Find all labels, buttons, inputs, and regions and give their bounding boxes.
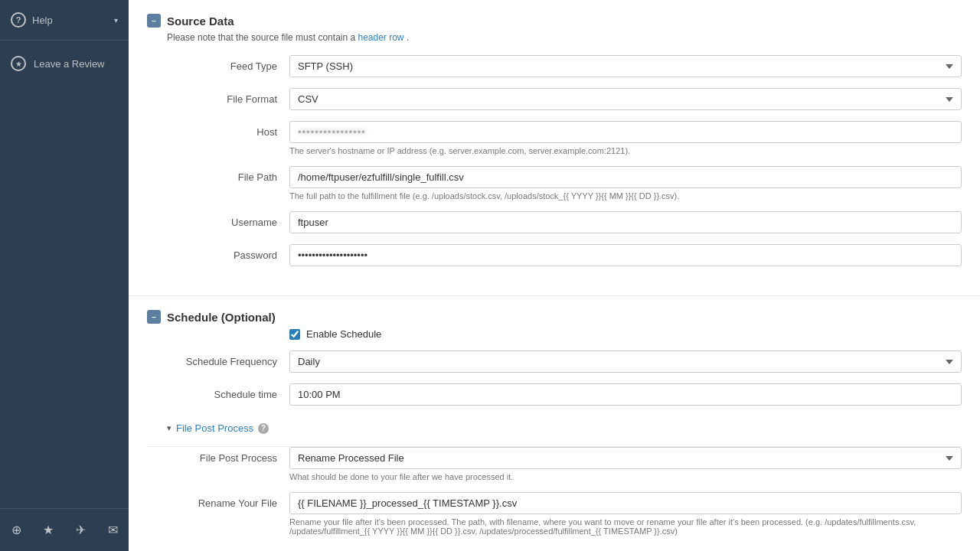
- source-data-title: Source Data: [167, 15, 234, 28]
- sidebar-star-icon[interactable]: ★: [32, 515, 64, 545]
- schedule-time-field: [289, 383, 962, 406]
- main-content: – Source Data Please note that the sourc…: [129, 0, 980, 551]
- username-row: Username: [147, 211, 962, 233]
- schedule-section: – Schedule (Optional) Enable Schedule Sc…: [129, 296, 980, 551]
- feed-type-field: SFTP (SSH) FTP HTTP S3: [289, 55, 962, 77]
- host-row: Host The server's hostname or IP address…: [147, 121, 962, 155]
- file-path-field: The full path to the fulfillment file (e…: [289, 166, 962, 201]
- rename-file-row: Rename Your File Rename your file after …: [147, 492, 962, 536]
- password-input[interactable]: [289, 244, 962, 266]
- password-label: Password: [167, 244, 289, 261]
- file-format-row: File Format CSV TSV XML JSON: [147, 88, 962, 110]
- sidebar-help-label: Help: [32, 15, 108, 26]
- host-hint: The server's hostname or IP address (e.g…: [289, 146, 962, 155]
- file-format-label: File Format: [167, 88, 289, 105]
- file-post-process-field: Rename Processed File Move File Delete F…: [289, 447, 962, 481]
- source-data-section: – Source Data Please note that the sourc…: [129, 0, 980, 296]
- source-data-header: – Source Data: [147, 14, 962, 28]
- file-post-process-row: File Post Process Rename Processed File …: [147, 446, 962, 481]
- file-format-field: CSV TSV XML JSON: [289, 88, 962, 110]
- file-post-process-collapsible[interactable]: ▾ File Post Process ?: [147, 416, 962, 440]
- frequency-label: Schedule Frequency: [167, 350, 289, 367]
- sidebar-menu: ★ Leave a Review: [0, 41, 129, 86]
- rename-file-field: Rename your file after it's been process…: [289, 492, 962, 536]
- username-field: [289, 211, 962, 233]
- help-icon: ?: [11, 12, 26, 28]
- host-input[interactable]: [289, 121, 962, 143]
- username-label: Username: [167, 211, 289, 228]
- username-input[interactable]: [289, 211, 962, 233]
- header-row-link[interactable]: header row: [358, 32, 404, 43]
- sidebar-top: ? Help ▾: [0, 0, 129, 41]
- sidebar-mail-icon[interactable]: ✉: [96, 515, 129, 545]
- leave-review-icon: ★: [11, 56, 26, 71]
- sidebar-help-item[interactable]: ? Help ▾: [11, 12, 118, 28]
- schedule-icon: –: [147, 310, 161, 324]
- host-label: Host: [167, 121, 289, 138]
- schedule-header: – Schedule (Optional): [147, 310, 962, 324]
- sidebar-bottom: ⊕ ★ ✈ ✉: [0, 508, 129, 551]
- file-post-process-label: File Post Process: [167, 447, 289, 464]
- frequency-field: Daily Hourly Weekly: [289, 350, 962, 373]
- enable-schedule-row: Enable Schedule: [147, 328, 962, 340]
- frequency-select[interactable]: Daily Hourly Weekly: [289, 350, 962, 373]
- feed-type-select[interactable]: SFTP (SSH) FTP HTTP S3: [289, 55, 962, 77]
- rename-file-label: Rename Your File: [167, 492, 289, 509]
- rename-file-input[interactable]: [289, 492, 962, 514]
- frequency-row: Schedule Frequency Daily Hourly Weekly: [147, 350, 962, 373]
- enable-schedule-checkbox[interactable]: [289, 329, 300, 340]
- rename-file-hint: Rename your file after it's been process…: [289, 517, 962, 536]
- schedule-time-label: Schedule time: [167, 383, 289, 400]
- sidebar-item-leave-review-label: Leave a Review: [34, 58, 105, 70]
- source-data-icon: –: [147, 14, 161, 28]
- schedule-time-input[interactable]: [289, 383, 962, 406]
- sidebar-item-leave-review[interactable]: ★ Leave a Review: [0, 48, 129, 79]
- schedule-title: Schedule (Optional): [167, 311, 276, 324]
- host-field: The server's hostname or IP address (e.g…: [289, 121, 962, 155]
- file-post-process-select[interactable]: Rename Processed File Move File Delete F…: [289, 447, 962, 469]
- file-post-process-help-icon[interactable]: ?: [258, 423, 269, 434]
- enable-schedule-label[interactable]: Enable Schedule: [306, 328, 381, 340]
- password-field: [289, 244, 962, 266]
- feed-type-label: Feed Type: [167, 55, 289, 72]
- sidebar-home-icon[interactable]: ⊕: [0, 515, 32, 545]
- file-path-hint: The full path to the fulfillment file (e…: [289, 191, 962, 201]
- file-post-process-link[interactable]: File Post Process: [176, 422, 253, 434]
- file-path-label: File Path: [167, 166, 289, 183]
- password-row: Password: [147, 244, 962, 266]
- file-post-process-hint: What should be done to your file after w…: [289, 472, 962, 481]
- sidebar-send-icon[interactable]: ✈: [64, 515, 96, 545]
- file-format-select[interactable]: CSV TSV XML JSON: [289, 88, 962, 110]
- schedule-time-row: Schedule time: [147, 383, 962, 406]
- source-data-note: Please note that the source file must co…: [147, 32, 962, 43]
- help-chevron-icon: ▾: [114, 16, 118, 24]
- feed-type-row: Feed Type SFTP (SSH) FTP HTTP S3: [147, 55, 962, 77]
- collapsible-chevron-icon: ▾: [167, 423, 172, 433]
- sidebar: ? Help ▾ ★ Leave a Review ⊕ ★ ✈ ✉: [0, 0, 129, 551]
- file-path-row: File Path The full path to the fulfillme…: [147, 166, 962, 201]
- file-path-input[interactable]: [289, 166, 962, 188]
